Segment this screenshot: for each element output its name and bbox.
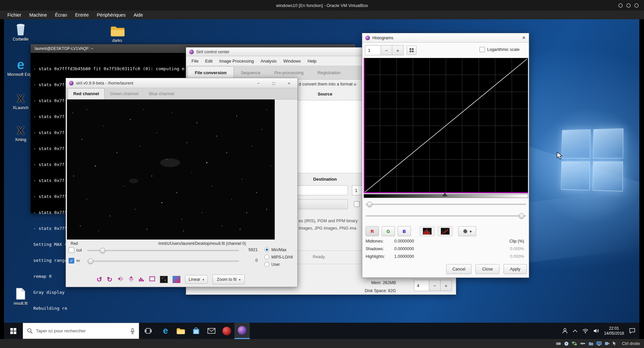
vbox-display-icon[interactable] — [596, 341, 602, 346]
tab-sequence[interactable]: Sequence — [234, 67, 267, 79]
desktop-icon-darks-folder[interactable]: darks — [101, 23, 133, 43]
maximize-button[interactable]: □ — [269, 80, 278, 87]
taskbar-search-box[interactable] — [23, 323, 139, 339]
radio-icon[interactable] — [264, 247, 269, 252]
high-cutoff-handle[interactable] — [100, 248, 105, 253]
vbox-menu-aide[interactable]: Aide — [130, 11, 147, 19]
histogram-plot[interactable] — [364, 58, 528, 193]
taskbar-store-button[interactable] — [188, 323, 204, 339]
tab-file-conversion[interactable]: File conversion — [187, 66, 234, 79]
threads-value[interactable]: 4 — [414, 280, 429, 291]
shadows-handle[interactable] — [367, 202, 372, 207]
vbox-menu-entree[interactable]: Entrée — [71, 11, 93, 19]
threads-plus-button[interactable]: + — [441, 280, 452, 291]
display-mode-dropdown[interactable]: Linear ▾ — [185, 275, 208, 284]
histogram-view-button[interactable] — [420, 226, 435, 236]
taskbar-edge-button[interactable]: e — [158, 323, 173, 339]
falsecolor-preview-thumbnail[interactable] — [172, 276, 180, 283]
minimize-icon[interactable] — [618, 3, 623, 8]
vbox-window-controls[interactable] — [618, 3, 639, 8]
low-cutoff-handle[interactable] — [88, 259, 93, 264]
highlights-handle[interactable] — [519, 213, 524, 219]
vbox-menu-peripheriques[interactable]: Périphériques — [93, 11, 130, 19]
minimize-button[interactable]: − — [254, 80, 263, 87]
apply-button[interactable]: Apply — [503, 264, 527, 274]
vbox-cd-icon[interactable] — [564, 341, 569, 346]
taskbar-clock[interactable]: 22:01 14/05/2018 — [604, 326, 624, 336]
green-channel-button[interactable]: G — [382, 226, 395, 236]
autostretch-checkbox[interactable]: ✓ — [69, 258, 74, 263]
spin-minus-button[interactable]: − — [381, 45, 392, 55]
logarithmic-scale-toggle[interactable]: Logarithmic scale — [480, 47, 519, 52]
menu-edit[interactable]: Edit — [202, 57, 216, 65]
tab-pre-processing[interactable]: Pre-processing — [267, 67, 310, 79]
maximize-icon[interactable] — [626, 3, 631, 8]
vbox-usb-icon[interactable] — [580, 341, 585, 346]
task-view-button[interactable] — [141, 323, 156, 339]
close-icon[interactable]: × — [522, 35, 525, 41]
midtones-spin-value[interactable]: 1 — [365, 45, 381, 55]
histograms-titlebar[interactable]: Histograms — [362, 33, 529, 43]
zoom-mode-dropdown[interactable]: Zoom to fit ▾ — [212, 274, 245, 284]
menu-analysis[interactable]: Analysis — [257, 57, 280, 65]
symbolic-link-checkbox[interactable] — [354, 201, 360, 207]
mirror-horizontal-button[interactable] — [117, 276, 124, 283]
taskbar-siril-button[interactable] — [234, 323, 250, 339]
tab-green-channel[interactable]: Green channel — [105, 88, 144, 99]
taskbar-explorer-button[interactable] — [173, 323, 188, 339]
desktop-icon-recycle-bin[interactable]: Corbeille — [5, 21, 37, 42]
threads-minus-button[interactable]: − — [429, 280, 441, 291]
close-icon[interactable] — [634, 3, 639, 8]
vbox-menu-fichier[interactable]: Fichier — [3, 11, 25, 19]
vbox-shared-folder-icon[interactable] — [588, 342, 593, 346]
network-icon[interactable] — [582, 329, 588, 333]
vbox-menu-ecran[interactable]: Écran — [51, 11, 71, 19]
blue-channel-button[interactable]: B — [398, 226, 411, 236]
start-button[interactable] — [4, 323, 23, 339]
menu-windows[interactable]: Windows — [280, 57, 304, 65]
people-icon[interactable] — [562, 328, 568, 334]
highlights-track[interactable] — [366, 215, 526, 217]
volume-icon[interactable] — [593, 328, 599, 333]
vbox-hdd-icon[interactable] — [556, 341, 561, 346]
photometry-frame-button[interactable] — [149, 276, 155, 283]
histogram-button[interactable] — [139, 276, 145, 283]
highlights-slider[interactable] — [366, 213, 526, 219]
shadows-track[interactable] — [366, 204, 526, 205]
radio-user[interactable]: User — [264, 262, 280, 267]
menu-help[interactable]: Help — [304, 57, 320, 65]
action-center-icon[interactable] — [629, 328, 635, 334]
vbox-menu-machine[interactable]: Machine — [25, 11, 51, 19]
midtones-marker[interactable] — [442, 193, 448, 196]
windows-desktop[interactable]: Corbeille darks e Microsoft Edge X XLaun… — [4, 19, 639, 323]
menu-file[interactable]: File — [188, 57, 202, 65]
midtones-spinner[interactable]: 1 − + — [365, 45, 404, 55]
radio-icon[interactable] — [264, 262, 269, 267]
taskbar-mail-button[interactable] — [204, 323, 219, 339]
close-button[interactable]: × — [285, 80, 293, 87]
cancel-button[interactable]: Cancel — [446, 264, 472, 274]
redo-button[interactable]: ↻ — [107, 276, 113, 283]
radio-icon[interactable] — [264, 255, 269, 260]
tab-registration[interactable]: Registration — [310, 67, 347, 79]
vbox-recording-icon[interactable] — [605, 341, 610, 346]
undo-button[interactable]: ↺ — [97, 276, 102, 283]
tab-blue-channel[interactable]: Blue channel — [144, 88, 179, 99]
tab-red-channel[interactable]: Red channel — [68, 88, 105, 99]
high-cutoff-slider[interactable] — [87, 250, 239, 251]
auto-stretch-options-button[interactable]: ▾ — [458, 226, 476, 236]
image-canvas[interactable] — [67, 99, 275, 240]
shadows-slider[interactable] — [366, 201, 526, 207]
menu-image-processing[interactable]: Image Processing — [216, 57, 257, 65]
chevron-up-icon[interactable] — [573, 329, 577, 332]
close-button[interactable]: Close — [476, 264, 499, 274]
vbox-titlebar[interactable]: windows10 [En fonction] - Oracle VM Virt… — [0, 0, 644, 11]
search-input[interactable] — [36, 328, 127, 333]
threads-spinner[interactable]: 4 − + — [414, 280, 452, 291]
vbox-network-icon[interactable] — [572, 341, 577, 346]
curve-view-button[interactable] — [438, 226, 453, 236]
radio-mips[interactable]: MIPS-LO/HI — [264, 255, 293, 260]
low-cutoff-slider[interactable] — [87, 261, 239, 262]
taskbar-app-button[interactable] — [219, 323, 234, 339]
log-scale-checkbox[interactable] — [480, 47, 485, 52]
